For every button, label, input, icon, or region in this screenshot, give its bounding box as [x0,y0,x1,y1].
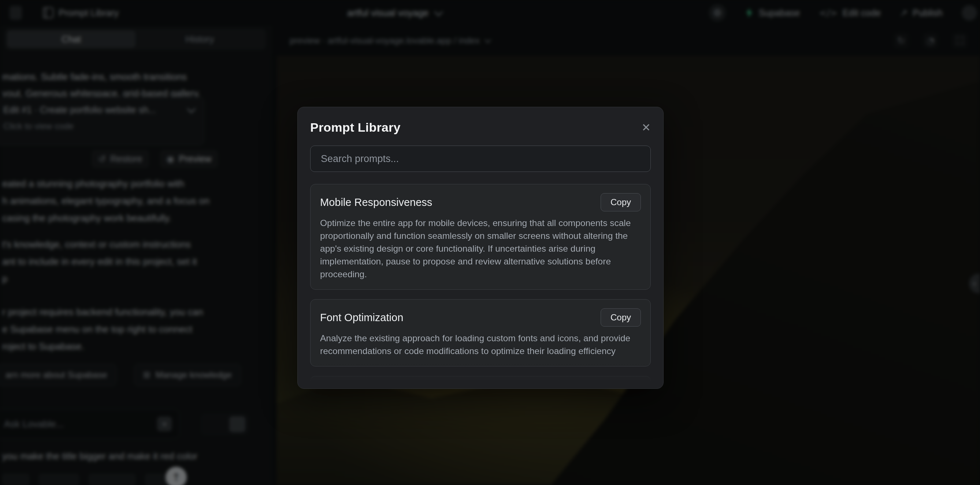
prompt-title: Font Optimization [320,312,403,324]
prompt-description: Optimize the entire app for mobile devic… [320,217,641,281]
prompt-title: Mobile Responsiveness [320,197,432,209]
modal-title: Prompt Library [310,120,401,135]
prompt-description: Analyze the existing approach for loadin… [320,332,641,357]
prompt-library-modal: Prompt Library ✕ Mobile Responsiveness C… [298,107,663,389]
app-window: Prompt Library artful visual voyage ⚙ Su… [0,0,980,485]
close-icon: ✕ [642,121,651,134]
prompt-card: Font Optimization Copy Analyze the exist… [310,299,651,366]
copy-button[interactable]: Copy [601,308,641,327]
prompt-list: Mobile Responsiveness Copy Optimize the … [310,184,651,381]
close-button[interactable]: ✕ [642,122,651,133]
prompt-card: Mobile Responsiveness Copy Optimize the … [310,184,651,290]
modal-header: Prompt Library ✕ [310,120,651,135]
scroll-fade [310,364,651,381]
copy-button[interactable]: Copy [601,193,641,211]
search-input[interactable] [310,146,651,172]
